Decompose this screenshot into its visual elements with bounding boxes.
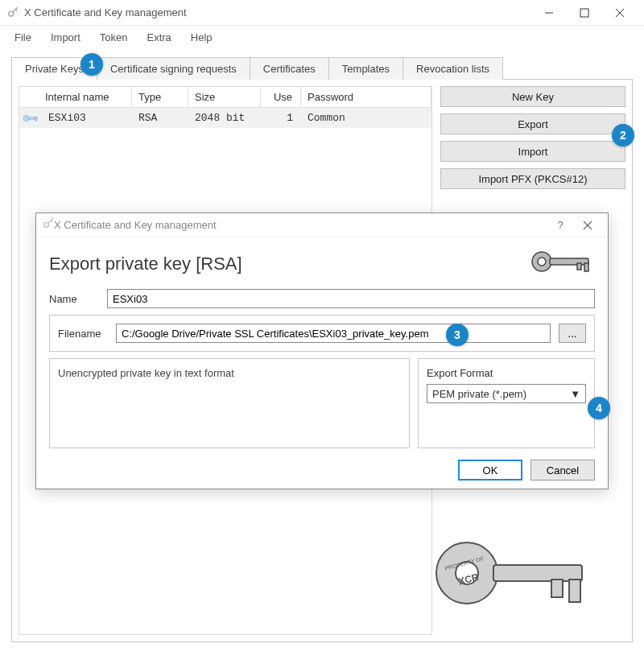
col-internal-name[interactable]: Internal name — [19, 87, 132, 108]
format-description: Unencrypted private key in text format — [49, 358, 410, 448]
export-format-label: Export Format — [427, 367, 586, 379]
svg-point-0 — [9, 11, 14, 16]
row-use: 1 — [261, 108, 301, 128]
menu-help[interactable]: Help — [183, 28, 221, 47]
filename-group: Filename ... — [49, 315, 595, 352]
tab-templates[interactable]: Templates — [328, 57, 403, 80]
minimize-button[interactable] — [531, 1, 567, 25]
list-header: Internal name Type Size Use Password — [19, 87, 431, 108]
tab-csr[interactable]: Certificate signing requests — [97, 57, 250, 80]
export-format-value: PEM private (*.pem) — [432, 388, 526, 400]
svg-rect-12 — [569, 580, 580, 602]
export-format-group: Export Format PEM private (*.pem) ▼ — [418, 358, 595, 448]
app-icon — [6, 6, 19, 19]
menu-extra[interactable]: Extra — [139, 28, 180, 47]
row-password: Common — [301, 108, 431, 128]
chevron-down-icon: ▼ — [570, 388, 580, 400]
table-row[interactable]: ESXi03 RSA 2048 bit 1 Common — [19, 108, 431, 128]
main-titlebar: X Certificate and Key management — [0, 0, 644, 26]
row-size: 2048 bit — [188, 108, 261, 128]
browse-button[interactable]: ... — [559, 324, 586, 343]
step-badge-4: 4 — [588, 397, 610, 419]
window-title: X Certificate and Key management — [24, 6, 187, 19]
filename-label: Filename — [58, 328, 108, 340]
dialog-app-icon — [43, 218, 54, 232]
svg-rect-21 — [577, 263, 581, 270]
name-field-row: Name — [49, 289, 595, 308]
step-badge-3: 3 — [446, 324, 469, 346]
ok-button[interactable]: OK — [458, 460, 522, 481]
tab-strip: Private Keys Certificate signing request… — [11, 56, 633, 79]
svg-rect-22 — [584, 263, 588, 271]
decorative-key-image: PROPERTY OF XCR — [423, 529, 608, 617]
svg-rect-7 — [35, 117, 36, 121]
dialog-key-icon — [530, 249, 595, 279]
dialog-button-row: OK Cancel — [49, 455, 595, 481]
svg-point-15 — [44, 222, 49, 227]
col-size[interactable]: Size — [188, 87, 261, 108]
row-type: RSA — [132, 108, 188, 128]
dialog-heading-row: Export private key [RSA] — [49, 249, 595, 279]
close-button[interactable] — [602, 1, 638, 25]
menu-import[interactable]: Import — [43, 28, 89, 47]
dialog-titlebar: X Certificate and Key management ? — [36, 213, 608, 237]
name-input[interactable] — [107, 289, 595, 308]
new-key-button[interactable]: New Key — [440, 86, 625, 107]
svg-rect-11 — [551, 580, 563, 597]
export-dialog: X Certificate and Key management ? Expor… — [35, 212, 609, 489]
import-button[interactable]: Import — [440, 141, 625, 162]
tab-revocation[interactable]: Revocation lists — [402, 57, 503, 80]
filename-input[interactable] — [116, 324, 551, 343]
menu-file[interactable]: File — [6, 28, 39, 47]
import-pfx-button[interactable]: Import PFX (PKCS#12) — [440, 168, 625, 189]
export-button[interactable]: Export — [440, 113, 625, 134]
export-format-select[interactable]: PEM private (*.pem) ▼ — [427, 384, 586, 403]
step-badge-1: 1 — [80, 53, 103, 76]
key-icon — [19, 113, 42, 124]
dialog-help-button[interactable]: ? — [547, 214, 574, 237]
maximize-button[interactable] — [567, 1, 602, 25]
col-password[interactable]: Password — [301, 87, 431, 108]
svg-rect-2 — [580, 9, 588, 17]
row-name: ESXi03 — [42, 108, 132, 128]
menubar: File Import Token Extra Help — [0, 26, 644, 48]
dialog-close-button[interactable] — [574, 214, 601, 237]
svg-point-19 — [538, 258, 546, 266]
menu-token[interactable]: Token — [92, 28, 136, 47]
dialog-title: X Certificate and Key management — [54, 219, 217, 231]
tab-certificates[interactable]: Certificates — [250, 57, 329, 80]
name-label: Name — [49, 293, 99, 305]
svg-rect-20 — [550, 258, 588, 265]
col-use[interactable]: Use — [261, 87, 301, 108]
step-badge-2: 2 — [612, 124, 634, 146]
dialog-heading: Export private key [RSA] — [49, 254, 242, 274]
col-type[interactable]: Type — [132, 87, 188, 108]
cancel-button[interactable]: Cancel — [530, 460, 595, 481]
